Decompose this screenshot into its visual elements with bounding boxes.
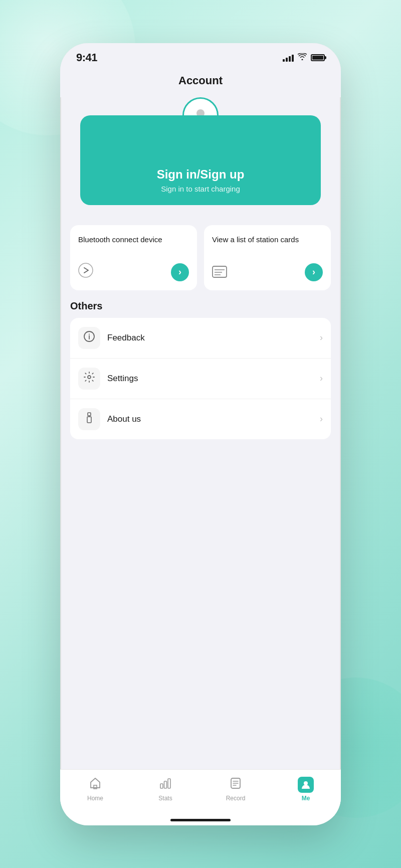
station-cards-arrow-btn[interactable]: › [305,263,323,281]
account-card[interactable]: Sign in/Sign up Sign in to start chargin… [80,115,321,205]
others-title: Others [70,300,331,312]
phone-frame: 9:41 Account [60,43,341,825]
feedback-label: Feedback [107,333,320,343]
bluetooth-arrow-btn[interactable]: › [171,263,189,281]
station-cards-title: View a list of station cards [212,234,323,245]
record-nav-icon [229,777,242,793]
nav-item-record[interactable]: Record [200,775,271,804]
me-nav-label: Me [302,795,310,802]
status-time: 9:41 [76,51,97,64]
svg-rect-15 [160,784,163,788]
svg-rect-11 [88,413,91,416]
svg-point-1 [79,263,93,277]
feature-cards-row: Bluetooth connect device › View a list o… [70,225,331,290]
others-list: Feedback › Settings › [70,318,331,439]
feedback-icon [83,330,95,345]
phone-content: Account Sign in/Sign up Sign in to start… [60,68,341,769]
nav-item-home[interactable]: Home [60,775,130,804]
home-indicator [170,819,231,821]
bluetooth-card-title: Bluetooth connect device [78,234,189,245]
nav-item-stats[interactable]: Stats [130,775,200,804]
wifi-icon [298,53,307,62]
sign-in-title: Sign in/Sign up [157,167,245,182]
signal-icon [283,54,294,62]
svg-point-10 [88,376,91,379]
bluetooth-card[interactable]: Bluetooth connect device › [70,225,197,290]
svg-rect-3 [213,266,227,277]
about-icon [83,412,95,427]
svg-rect-16 [164,781,167,788]
stats-nav-icon [159,777,172,793]
svg-point-22 [304,781,308,785]
station-cards-card[interactable]: View a list of station cards › [204,225,331,290]
settings-icon [83,371,95,386]
record-nav-label: Record [226,795,246,802]
svg-rect-12 [87,417,91,423]
feedback-chevron: › [320,332,323,343]
nav-item-me[interactable]: Me [271,775,341,804]
svg-rect-17 [168,779,170,788]
about-chevron: › [320,414,323,424]
list-item-settings[interactable]: Settings › [70,359,331,399]
page-title: Account [60,68,341,97]
feedback-icon-wrap [78,327,100,349]
list-item-feedback[interactable]: Feedback › [70,318,331,359]
svg-rect-14 [94,785,97,789]
svg-point-8 [89,333,90,334]
others-section: Others Feedback › [70,300,331,439]
bluetooth-icon [78,263,93,281]
about-icon-wrap [78,408,100,430]
settings-icon-wrap [78,368,100,390]
home-nav-icon [89,777,102,793]
status-icons [283,53,325,62]
me-nav-icon [298,777,314,793]
about-label: About us [107,414,320,424]
status-bar: 9:41 [60,43,341,68]
settings-label: Settings [107,374,320,384]
list-item-about[interactable]: About us › [70,399,331,439]
bottom-nav: Home Stats Record [60,769,341,816]
settings-chevron: › [320,373,323,384]
station-cards-icon [212,266,227,281]
battery-icon [311,54,325,61]
sign-in-subtitle: Sign in to start charging [161,185,240,193]
stats-nav-label: Stats [158,795,172,802]
home-nav-label: Home [87,795,103,802]
